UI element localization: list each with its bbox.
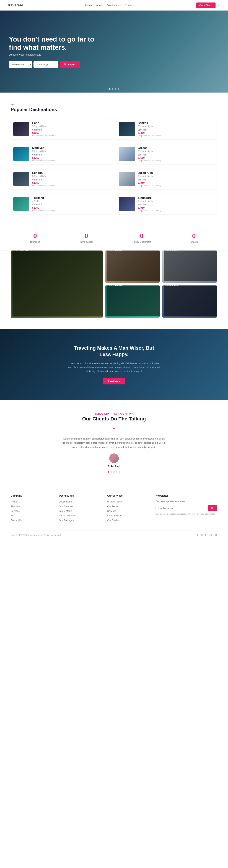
date-input[interactable]	[33, 61, 58, 68]
quote-body: Lorem ipsum dolor sit amet consectetur a…	[68, 362, 160, 373]
stat-label: Happy Customers	[133, 241, 151, 243]
dest-nights: 3Days, 4 Nights	[32, 175, 56, 178]
destinations-grid: Paris 3Days, 4 Nights Start from $1650 P…	[11, 119, 217, 214]
stat-number: 0	[133, 232, 151, 240]
hero-dot-2[interactable]	[112, 88, 113, 90]
hero-dot-4[interactable]	[118, 88, 119, 90]
newsletter-desc: Get latest updates and offers.	[156, 500, 217, 503]
destination-card[interactable]: Bankok 3Days, 4 Nights Start from $1850 …	[116, 119, 217, 140]
footer-link[interactable]: Landing Page	[107, 514, 122, 517]
stat-number: 0	[190, 232, 198, 240]
destination-card[interactable]: Greece 3Days, 4 Nights Start from $1650 …	[116, 144, 217, 164]
footer-link[interactable]: Our Terms	[107, 505, 118, 508]
newsletter-heading: Newsletter	[156, 494, 217, 497]
testi-text: Lorem ipsum dolor sit amet consectetur a…	[61, 437, 167, 449]
dest-nights: 3Days, 4 Nights	[138, 125, 161, 127]
gallery-label: 3Days, 4 Nights	[164, 250, 217, 281]
destination-select[interactable]: Destination	[9, 61, 32, 68]
destination-card[interactable]: Maldives 3Days, 4 Nights Start from $135…	[11, 144, 112, 164]
hero-dot-1[interactable]	[109, 88, 110, 90]
testi-dot-4[interactable]	[116, 471, 118, 473]
footer-link[interactable]: About Us	[11, 505, 20, 508]
dest-start-label: Start from	[32, 129, 56, 131]
testi-dot-3[interactable]	[113, 471, 115, 473]
destination-card[interactable]: Julian Alps 3Days, 4 Nights Start from $…	[116, 169, 217, 189]
footer-link[interactable]: Contact Us	[11, 519, 22, 522]
gallery-item-large[interactable]: 3Days, 4 Nights	[11, 250, 103, 318]
footer-link[interactable]: About Company	[59, 514, 75, 517]
testi-title: Our Clients Do The Talking	[11, 416, 217, 422]
dest-nights: 3Days, 4 Nights	[32, 125, 56, 127]
destination-card[interactable]: Singapore 3Days, 4 Nights Start from $19…	[116, 194, 217, 214]
search-button[interactable]: 🔍 Search	[60, 61, 80, 68]
dest-image	[13, 197, 29, 211]
reviewer-name: Rohit Paul	[11, 465, 217, 468]
dest-nights: 3Days, 4 Nights	[138, 150, 161, 152]
footer-col-heading: Useful Links	[59, 494, 100, 497]
gallery-item-small[interactable]: 3Days, 4 Nights	[162, 250, 217, 283]
gallery-item-small[interactable]: 3Days, 4 Nights	[105, 285, 160, 317]
social-icon-1[interactable]: in	[200, 533, 202, 537]
dest-price: $1950	[138, 206, 161, 209]
footer-link[interactable]: Home	[11, 500, 17, 503]
gallery-section: 3Days, 4 Nights3Days, 4 Nights3Days, 4 N…	[0, 250, 228, 329]
social-icon-0[interactable]: f	[197, 533, 198, 537]
footer-link[interactable]: Privacy Policy	[107, 500, 122, 503]
dest-sharing: Per person on twin sharing	[32, 135, 56, 137]
dark-mode-toggle[interactable]: ☾	[218, 3, 221, 7]
read-more-button[interactable]: Read More	[103, 378, 125, 384]
nav-contact[interactable]: Contact	[125, 4, 134, 7]
dest-nights: 4 Nights	[32, 200, 56, 203]
stat-label: Awards	[190, 241, 198, 243]
dest-name: Julian Alps	[138, 172, 161, 175]
dest-image	[13, 122, 29, 136]
destination-card[interactable]: London 3Days, 4 Nights Start from $1750 …	[11, 169, 112, 189]
footer-link[interactable]: Destinations	[59, 500, 72, 503]
footer-link[interactable]: Our Packages	[59, 519, 73, 522]
footer-link[interactable]: Services	[107, 509, 116, 512]
testi-dot-2[interactable]	[110, 471, 112, 473]
quote-heading: Traveling Makes A Man Wiser, But Less Ha…	[68, 345, 160, 358]
destination-card[interactable]: Paris 3Days, 4 Nights Start from $1650 P…	[11, 119, 112, 140]
gallery-item-small[interactable]: 3Days, 4 Nights	[105, 250, 160, 283]
newsletter-form: Go	[156, 505, 217, 511]
footer-copyright: Copyright © 2020 Company name All rights…	[11, 534, 61, 536]
hero-dot-3[interactable]	[115, 88, 116, 90]
nav-destinations[interactable]: Destinations	[107, 4, 121, 7]
dest-sharing: Per person on twin sharing	[32, 185, 56, 187]
dest-name: Maldives	[32, 146, 56, 150]
footer-grid: CompanyHomeAbout UsServicesBlogContact U…	[11, 494, 217, 523]
hero-heading: You don't need to go far to find what ma…	[9, 35, 101, 52]
hero-dots	[109, 88, 119, 90]
email-input[interactable]	[156, 505, 206, 511]
nav-home[interactable]: Home	[85, 4, 92, 7]
social-icon-2[interactable]: t	[205, 533, 206, 537]
dest-sharing: Per person on twin sharing	[32, 210, 56, 212]
nav-about[interactable]: About	[96, 4, 103, 7]
gallery-item-small[interactable]: 3Days, 4 Nights	[162, 285, 217, 317]
destination-card[interactable]: Thailand 4 Nights Start from $1750 Per p…	[11, 194, 112, 214]
testi-label: HERE'S WHAT THEY HAVE TO SAY	[11, 413, 217, 415]
footer-link[interactable]: Blog	[11, 514, 15, 517]
footer-link[interactable]: Our Branches	[59, 505, 73, 508]
social-icon-4[interactable]: ♻	[215, 533, 217, 537]
dest-nights: 3Days, 4 Nights	[32, 150, 56, 152]
dest-sharing: Per person on twin sharing	[138, 210, 161, 212]
social-icon-3[interactable]: G+	[208, 533, 212, 537]
newsletter-go-button[interactable]: Go	[208, 505, 217, 511]
search-icon: 🔍	[64, 63, 67, 66]
reviewer-avatar	[109, 454, 119, 463]
testimonials-section: HERE'S WHAT THEY HAVE TO SAY Our Clients…	[0, 400, 228, 485]
dest-info: London 3Days, 4 Nights Start from $1750 …	[32, 172, 56, 187]
dest-name: Singapore	[138, 196, 161, 199]
footer-link[interactable]: Our Guides	[107, 519, 119, 522]
testi-dot-5[interactable]	[119, 471, 121, 473]
newsletter-note: Sign up for our latest news & articles. …	[156, 513, 217, 515]
hero-section: You don't need to go far to find what ma…	[0, 10, 228, 93]
footer-link[interactable]: Latest Media	[59, 509, 72, 512]
footer-link[interactable]: Services	[11, 509, 20, 512]
dest-start-label: Start from	[138, 129, 161, 131]
get-in-touch-button[interactable]: Get In Touch	[196, 2, 216, 8]
dest-price: $1850	[138, 131, 161, 134]
testi-dot-1[interactable]	[107, 471, 109, 473]
